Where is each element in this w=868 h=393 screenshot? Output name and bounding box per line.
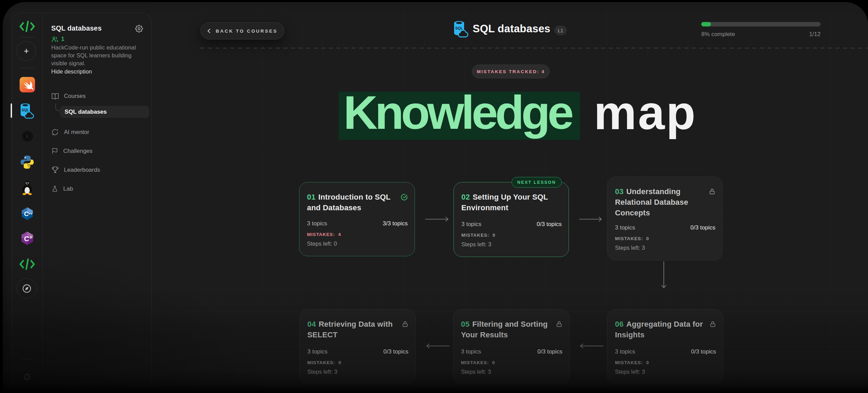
svg-text:R: R [25, 134, 29, 139]
svg-text:SQL: SQL [21, 108, 29, 112]
svg-text:#: # [30, 235, 32, 239]
svg-text:C: C [24, 235, 29, 243]
svg-text:SQL: SQL [455, 26, 463, 30]
svg-text:++: ++ [28, 212, 32, 216]
svg-text:C: C [24, 210, 28, 217]
